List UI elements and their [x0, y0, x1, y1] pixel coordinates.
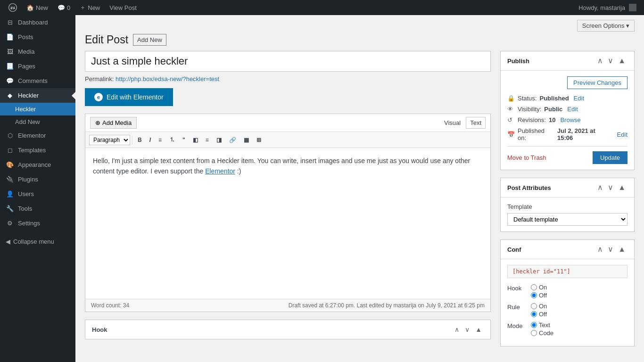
conf-panel-title: Conf — [507, 246, 521, 253]
add-new-button[interactable]: Add New — [133, 34, 166, 46]
sidebar-item-elementor[interactable]: ⬡ Elementor — [0, 128, 75, 143]
collapse-menu[interactable]: ◀ Collapse menu — [0, 234, 75, 249]
publish-toggle[interactable]: ▲ — [616, 56, 627, 66]
hook-on-radio[interactable] — [531, 284, 537, 290]
sidebar-label-users: Users — [18, 190, 34, 197]
text-tab[interactable]: Text — [466, 117, 486, 129]
publish-meta: 🔒 Status: Published Edit 👁 Visibility: P… — [507, 95, 627, 141]
mode-code-radio[interactable] — [531, 330, 537, 336]
hook-collapse-down-button[interactable]: ∨ — [463, 325, 471, 334]
status-value: Published — [539, 95, 569, 102]
align-right-button[interactable]: ◨ — [213, 135, 225, 145]
sidebar-item-tools[interactable]: 🔧 Tools — [0, 201, 75, 216]
dashboard-icon: ⊟ — [6, 19, 14, 26]
sidebar-label-media: Media — [18, 48, 34, 55]
pages-icon: 📃 — [6, 63, 14, 70]
link-button[interactable]: 🔗 — [226, 135, 239, 145]
publish-panel-header: Publish ∧ ∨ ▲ — [501, 51, 634, 71]
elementor-link[interactable]: Elementor — [205, 167, 235, 175]
attributes-collapse-up[interactable]: ∧ — [595, 183, 605, 192]
status-edit-link[interactable]: Edit — [574, 95, 584, 102]
template-select[interactable]: Default template — [507, 213, 627, 226]
sidebar-subitem-add-new[interactable]: Add New — [0, 115, 75, 128]
sidebar-item-media[interactable]: 🖼 Media — [0, 44, 75, 59]
hook-off-row: Off — [531, 292, 547, 299]
more-button[interactable]: ▦ — [240, 135, 252, 145]
preview-btn-container: Preview Changes — [507, 76, 627, 89]
align-left-button[interactable]: ◧ — [190, 135, 201, 145]
move-to-trash-link[interactable]: Move to Trash — [507, 154, 546, 161]
revisions-browse-link[interactable]: Browse — [560, 116, 580, 123]
visibility-row: 👁 Visibility: Public Edit — [507, 106, 627, 113]
bold-button[interactable]: B — [134, 135, 145, 145]
formatting-bar: Paragraph Heading 1 Heading 2 Heading 3 … — [85, 132, 490, 148]
sidebar-label-pages: Pages — [18, 63, 35, 70]
update-button[interactable]: Update — [593, 151, 627, 164]
sidebar-item-plugins[interactable]: 🔌 Plugins — [0, 172, 75, 187]
edit-with-elementor-button[interactable]: e Edit with Elementor — [85, 88, 173, 106]
italic-button[interactable]: I — [146, 135, 154, 145]
menu-arrow — [72, 92, 75, 99]
conf-collapse-up[interactable]: ∧ — [595, 245, 605, 254]
blockquote-button[interactable]: " — [179, 135, 189, 145]
sidebar-item-posts[interactable]: 📄 Posts — [0, 30, 75, 44]
rule-off-radio[interactable] — [531, 311, 537, 317]
published-edit-link[interactable]: Edit — [617, 131, 627, 138]
sidebar-item-comments[interactable]: 💬 Comments — [0, 74, 75, 88]
conf-collapse-down[interactable]: ∨ — [606, 245, 615, 254]
comments-icon: 💬 — [6, 77, 14, 84]
adminbar-comments[interactable]: 💬 0 — [53, 0, 75, 15]
visibility-value: Public — [544, 106, 562, 113]
draft-saved: Draft saved at 6:27:00 pm. Last edited b… — [289, 302, 485, 309]
hook-toggle-button[interactable]: ▲ — [473, 325, 484, 334]
permalink-link[interactable]: http://php.box/edsa-new/?heckler=test — [116, 75, 219, 82]
sidebar-item-heckler[interactable]: ◆ Heckler — [0, 88, 75, 103]
conf-panel: Conf ∧ ∨ ▲ [heckler id="11"] — [500, 239, 635, 346]
elementor-btn-label: Edit with Elementor — [107, 93, 164, 101]
post-title-input[interactable] — [85, 51, 491, 72]
mode-text-radio[interactable] — [531, 322, 537, 328]
admin-bar: 🏠 New 💬 0 ＋ New View Post Howdy, mastari… — [0, 0, 644, 15]
sidebar-item-appearance[interactable]: 🎨 Appearance — [0, 157, 75, 172]
hook-section-header[interactable]: Hook ∧ ∨ ▲ — [85, 320, 490, 339]
visibility-edit-link[interactable]: Edit — [567, 106, 578, 113]
add-media-button[interactable]: ⊕ Add Media — [90, 117, 137, 129]
conf-toggle[interactable]: ▲ — [616, 245, 627, 254]
editor-content[interactable]: Hello, I'm just a simple text content fr… — [85, 148, 490, 299]
preview-changes-button[interactable]: Preview Changes — [567, 76, 627, 89]
visual-tab[interactable]: Visual — [440, 117, 465, 129]
sidebar-item-settings[interactable]: ⚙ Settings — [0, 216, 75, 230]
publish-collapse-down[interactable]: ∨ — [606, 56, 615, 66]
adminbar-new[interactable]: ＋ New — [75, 0, 105, 15]
hook-section: Hook ∧ ∨ ▲ — [85, 320, 491, 339]
adminbar-view-post[interactable]: View Post — [105, 0, 141, 15]
wp-logo[interactable] — [4, 0, 22, 15]
hook-off-radio[interactable] — [531, 292, 537, 298]
subitem-heckler-label: Heckler — [15, 106, 36, 113]
shortcode-box: [heckler id="11"] — [507, 265, 627, 278]
page-title-area: Edit Post Add New — [85, 33, 635, 46]
rule-on-radio[interactable] — [531, 303, 537, 309]
paragraph-select[interactable]: Paragraph Heading 1 Heading 2 Heading 3 — [89, 135, 130, 145]
adminbar-home[interactable]: 🏠 New — [22, 0, 53, 15]
sidebar-label-templates: Templates — [18, 147, 46, 154]
unordered-list-button[interactable]: ≡ — [155, 135, 165, 145]
attributes-collapse-down[interactable]: ∨ — [606, 183, 615, 192]
hook-collapse-up-button[interactable]: ∧ — [453, 325, 461, 334]
align-center-button[interactable]: ≡ — [202, 135, 212, 145]
sidebar-item-templates[interactable]: ◻ Templates — [0, 143, 75, 157]
attributes-toggle[interactable]: ▲ — [616, 183, 627, 192]
published-value: Jul 2, 2021 at 15:06 — [557, 127, 612, 141]
screen-options-button[interactable]: Screen Options ▾ — [577, 20, 635, 32]
mode-conf-row: Mode Text Code — [507, 321, 627, 337]
conf-panel-body: [heckler id="11"] Hook On — [501, 259, 634, 346]
hook-on-row: On — [531, 284, 547, 291]
sidebar-subitem-heckler[interactable]: Heckler — [0, 103, 75, 115]
publish-collapse-up[interactable]: ∧ — [595, 56, 605, 66]
ordered-list-button[interactable]: ⒈ — [166, 134, 178, 146]
sidebar-item-pages[interactable]: 📃 Pages — [0, 59, 75, 74]
sidebar-item-users[interactable]: 👤 Users — [0, 187, 75, 201]
home-icon: 🏠 — [26, 4, 34, 11]
table-button[interactable]: ⊞ — [253, 135, 264, 145]
sidebar-item-dashboard[interactable]: ⊟ Dashboard — [0, 15, 75, 30]
